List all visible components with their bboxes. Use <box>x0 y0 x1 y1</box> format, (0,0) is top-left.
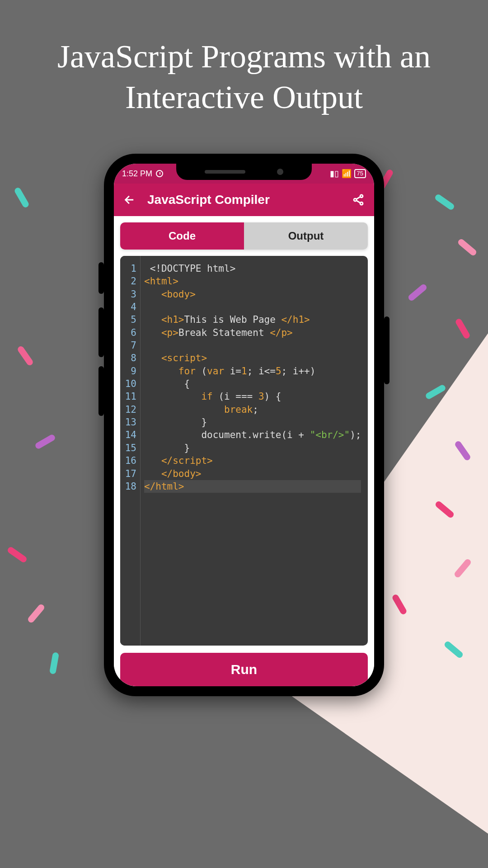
marketing-headline: JavaScript Programs with anInteractive O… <box>0 36 488 118</box>
confetti-sprinkle <box>434 193 455 211</box>
code-line[interactable]: { <box>144 377 361 390</box>
code-line[interactable]: for (var i=1; i<=5; i++) <box>144 365 361 377</box>
code-line[interactable]: <script> <box>144 352 361 364</box>
app-title: JavaScript Compiler <box>147 193 341 207</box>
tab-output[interactable]: Output <box>244 222 368 250</box>
phone-screen: 1:52 PM ▮▯ 📶 75 JavaScript Compiler <box>114 164 374 686</box>
confetti-sprinkle <box>407 283 428 302</box>
signal-icon: ▮▯ <box>330 169 339 179</box>
code-editor[interactable]: 123456789101112131415161718 <!DOCTYPE ht… <box>120 256 368 646</box>
confetti-sprinkle <box>457 238 478 257</box>
alarm-icon <box>156 170 163 177</box>
phone-side-button <box>99 262 104 294</box>
speaker-grille <box>205 170 245 174</box>
confetti-sprinkle <box>455 318 471 340</box>
status-time: 1:52 PM <box>122 169 152 179</box>
code-line[interactable]: } <box>144 416 361 429</box>
confetti-sprinkle <box>34 434 56 450</box>
code-line[interactable]: <body> <box>144 288 361 301</box>
code-line[interactable]: <!DOCTYPE html> <box>144 262 361 275</box>
cell-signal-icon: 📶 <box>342 169 352 179</box>
code-line[interactable]: document.write(i + "<br/>"); <box>144 429 361 441</box>
confetti-sprinkle <box>6 546 28 564</box>
tab-code[interactable]: Code <box>120 222 244 250</box>
phone-volume-down <box>99 366 104 416</box>
code-line[interactable]: break; <box>144 403 361 416</box>
code-line[interactable] <box>144 301 361 313</box>
code-line[interactable]: </html> <box>144 480 361 493</box>
code-line[interactable]: } <box>144 442 361 454</box>
code-line[interactable]: <html> <box>144 275 361 288</box>
phone-power-button <box>384 316 389 384</box>
phone-mockup: 1:52 PM ▮▯ 📶 75 JavaScript Compiler <box>104 154 384 696</box>
share-button[interactable] <box>352 193 365 207</box>
promo-stage: JavaScript Programs with anInteractive O… <box>0 0 488 868</box>
code-line[interactable] <box>144 339 361 352</box>
code-line[interactable]: </script> <box>144 454 361 467</box>
tab-row: Code Output <box>114 216 374 256</box>
code-line[interactable]: <h1>This is Web Page </h1> <box>144 313 361 326</box>
phone-notch <box>176 164 312 180</box>
confetti-sprinkle <box>14 187 30 209</box>
code-line[interactable]: if (i === 3) { <box>144 390 361 403</box>
confetti-sprinkle <box>17 345 34 366</box>
battery-indicator: 75 <box>354 169 366 178</box>
phone-volume-up <box>99 307 104 357</box>
code-area[interactable]: <!DOCTYPE html> <html> <body> <h1>This i… <box>141 256 365 646</box>
code-line[interactable]: </body> <box>144 467 361 480</box>
back-button[interactable] <box>123 193 136 207</box>
share-icon <box>352 193 365 206</box>
arrow-left-icon <box>123 193 136 206</box>
code-line[interactable]: <p>Break Statement </p> <box>144 326 361 339</box>
app-bar: JavaScript Compiler <box>114 184 374 216</box>
line-gutter: 123456789101112131415161718 <box>120 256 141 646</box>
run-button[interactable]: Run <box>120 653 368 686</box>
front-camera <box>277 169 283 175</box>
confetti-sprinkle <box>27 603 46 624</box>
confetti-sprinkle <box>49 652 59 675</box>
